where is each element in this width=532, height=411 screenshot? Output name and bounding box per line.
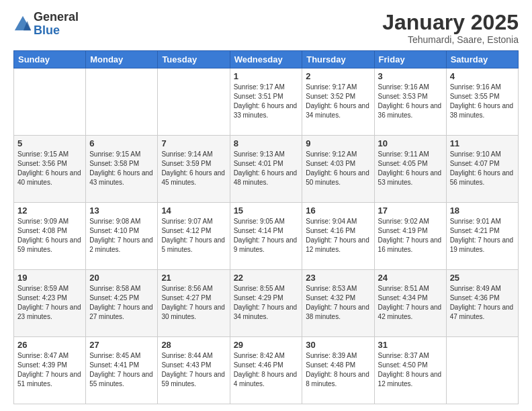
- day-info: Sunrise: 9:10 AM Sunset: 4:07 PM Dayligh…: [450, 150, 515, 187]
- day-cell-1-3: 8Sunrise: 9:13 AM Sunset: 4:01 PM Daylig…: [230, 136, 302, 203]
- day-info: Sunrise: 8:55 AM Sunset: 4:29 PM Dayligh…: [234, 284, 299, 322]
- day-info: Sunrise: 8:56 AM Sunset: 4:27 PM Dayligh…: [161, 284, 226, 322]
- calendar: Sunday Monday Tuesday Wednesday Thursday…: [13, 50, 519, 404]
- day-info: Sunrise: 9:16 AM Sunset: 3:55 PM Dayligh…: [450, 83, 515, 120]
- day-info: Sunrise: 8:59 AM Sunset: 4:23 PM Dayligh…: [17, 284, 82, 322]
- day-number: 15: [234, 205, 299, 216]
- day-cell-3-5: 24Sunrise: 8:51 AM Sunset: 4:34 PM Dayli…: [374, 270, 446, 337]
- day-number: 14: [161, 205, 226, 216]
- day-number: 25: [450, 273, 515, 283]
- day-number: 9: [306, 138, 370, 148]
- day-info: Sunrise: 9:17 AM Sunset: 3:51 PM Dayligh…: [234, 83, 299, 120]
- day-cell-2-3: 15Sunrise: 9:05 AM Sunset: 4:14 PM Dayli…: [230, 203, 302, 270]
- day-cell-0-4: 2Sunrise: 9:17 AM Sunset: 3:52 PM Daylig…: [302, 68, 374, 136]
- day-cell-1-1: 6Sunrise: 9:15 AM Sunset: 3:58 PM Daylig…: [86, 136, 158, 203]
- day-number: 31: [378, 340, 443, 350]
- day-cell-2-1: 13Sunrise: 9:08 AM Sunset: 4:10 PM Dayli…: [86, 203, 158, 270]
- logo-icon: [13, 15, 32, 34]
- day-info: Sunrise: 9:15 AM Sunset: 3:58 PM Dayligh…: [89, 150, 154, 187]
- day-info: Sunrise: 9:08 AM Sunset: 4:10 PM Dayligh…: [89, 217, 154, 255]
- day-cell-4-1: 27Sunrise: 8:45 AM Sunset: 4:41 PM Dayli…: [86, 337, 158, 404]
- day-cell-1-0: 5Sunrise: 9:15 AM Sunset: 3:56 PM Daylig…: [14, 136, 86, 203]
- day-cell-0-2: [158, 68, 230, 136]
- day-info: Sunrise: 9:04 AM Sunset: 4:16 PM Dayligh…: [306, 217, 370, 255]
- day-cell-3-4: 23Sunrise: 8:53 AM Sunset: 4:32 PM Dayli…: [302, 270, 374, 337]
- day-cell-0-1: [86, 68, 158, 136]
- day-number: 30: [306, 340, 370, 350]
- day-info: Sunrise: 8:42 AM Sunset: 4:46 PM Dayligh…: [234, 351, 299, 389]
- day-number: 21: [161, 273, 226, 283]
- month-title: January 2025: [382, 11, 519, 34]
- day-number: 24: [378, 273, 443, 283]
- header-thursday: Thursday: [302, 51, 374, 68]
- day-info: Sunrise: 8:53 AM Sunset: 4:32 PM Dayligh…: [306, 284, 370, 322]
- day-cell-0-5: 3Sunrise: 9:16 AM Sunset: 3:53 PM Daylig…: [374, 68, 446, 136]
- day-number: 4: [450, 71, 515, 81]
- day-info: Sunrise: 8:47 AM Sunset: 4:39 PM Dayligh…: [17, 351, 82, 389]
- day-info: Sunrise: 9:15 AM Sunset: 3:56 PM Dayligh…: [17, 150, 82, 187]
- day-number: 17: [378, 205, 443, 216]
- day-cell-3-2: 21Sunrise: 8:56 AM Sunset: 4:27 PM Dayli…: [158, 270, 230, 337]
- day-cell-2-2: 14Sunrise: 9:07 AM Sunset: 4:12 PM Dayli…: [158, 203, 230, 270]
- day-cell-4-3: 29Sunrise: 8:42 AM Sunset: 4:46 PM Dayli…: [230, 337, 302, 404]
- day-number: 19: [17, 273, 82, 283]
- day-number: 23: [306, 273, 370, 283]
- day-number: 26: [17, 340, 82, 350]
- day-info: Sunrise: 8:51 AM Sunset: 4:34 PM Dayligh…: [378, 284, 443, 322]
- header-saturday: Saturday: [446, 51, 518, 68]
- day-number: 8: [234, 138, 299, 148]
- day-cell-0-3: 1Sunrise: 9:17 AM Sunset: 3:51 PM Daylig…: [230, 68, 302, 136]
- page: General Blue January 2025 Tehumardi, Saa…: [0, 0, 532, 411]
- day-number: 3: [378, 71, 443, 81]
- day-cell-4-0: 26Sunrise: 8:47 AM Sunset: 4:39 PM Dayli…: [14, 337, 86, 404]
- day-cell-1-4: 9Sunrise: 9:12 AM Sunset: 4:03 PM Daylig…: [302, 136, 374, 203]
- day-cell-4-6: [446, 337, 518, 404]
- day-cell-1-5: 10Sunrise: 9:11 AM Sunset: 4:05 PM Dayli…: [374, 136, 446, 203]
- day-info: Sunrise: 8:45 AM Sunset: 4:41 PM Dayligh…: [89, 351, 154, 389]
- day-info: Sunrise: 8:44 AM Sunset: 4:43 PM Dayligh…: [161, 351, 226, 389]
- logo-blue: Blue: [34, 24, 79, 38]
- location-subtitle: Tehumardi, Saare, Estonia: [382, 34, 519, 45]
- day-number: 5: [17, 138, 82, 148]
- day-info: Sunrise: 9:11 AM Sunset: 4:05 PM Dayligh…: [378, 150, 443, 187]
- day-cell-4-5: 31Sunrise: 8:37 AM Sunset: 4:50 PM Dayli…: [374, 337, 446, 404]
- week-row-5: 26Sunrise: 8:47 AM Sunset: 4:39 PM Dayli…: [14, 337, 519, 404]
- week-row-4: 19Sunrise: 8:59 AM Sunset: 4:23 PM Dayli…: [14, 270, 519, 337]
- week-row-2: 5Sunrise: 9:15 AM Sunset: 3:56 PM Daylig…: [14, 136, 519, 203]
- day-cell-1-6: 11Sunrise: 9:10 AM Sunset: 4:07 PM Dayli…: [446, 136, 518, 203]
- day-info: Sunrise: 9:14 AM Sunset: 3:59 PM Dayligh…: [161, 150, 226, 187]
- day-cell-2-0: 12Sunrise: 9:09 AM Sunset: 4:08 PM Dayli…: [14, 203, 86, 270]
- day-number: 20: [89, 273, 154, 283]
- header-monday: Monday: [86, 51, 158, 68]
- day-cell-3-6: 25Sunrise: 8:49 AM Sunset: 4:36 PM Dayli…: [446, 270, 518, 337]
- day-info: Sunrise: 9:17 AM Sunset: 3:52 PM Dayligh…: [306, 83, 370, 120]
- day-info: Sunrise: 8:39 AM Sunset: 4:48 PM Dayligh…: [306, 351, 370, 389]
- title-area: January 2025 Tehumardi, Saare, Estonia: [382, 11, 519, 45]
- day-cell-3-0: 19Sunrise: 8:59 AM Sunset: 4:23 PM Dayli…: [14, 270, 86, 337]
- day-info: Sunrise: 9:16 AM Sunset: 3:53 PM Dayligh…: [378, 83, 443, 120]
- day-number: 2: [306, 71, 370, 81]
- day-info: Sunrise: 9:01 AM Sunset: 4:21 PM Dayligh…: [450, 217, 515, 255]
- day-cell-2-4: 16Sunrise: 9:04 AM Sunset: 4:16 PM Dayli…: [302, 203, 374, 270]
- day-cell-2-6: 18Sunrise: 9:01 AM Sunset: 4:21 PM Dayli…: [446, 203, 518, 270]
- day-cell-0-0: [14, 68, 86, 136]
- day-number: 27: [89, 340, 154, 350]
- day-cell-0-6: 4Sunrise: 9:16 AM Sunset: 3:55 PM Daylig…: [446, 68, 518, 136]
- day-number: 29: [234, 340, 299, 350]
- day-cell-1-2: 7Sunrise: 9:14 AM Sunset: 3:59 PM Daylig…: [158, 136, 230, 203]
- day-info: Sunrise: 9:13 AM Sunset: 4:01 PM Dayligh…: [234, 150, 299, 187]
- header-sunday: Sunday: [14, 51, 86, 68]
- day-number: 12: [17, 205, 82, 216]
- day-number: 16: [306, 205, 370, 216]
- day-info: Sunrise: 8:49 AM Sunset: 4:36 PM Dayligh…: [450, 284, 515, 322]
- day-info: Sunrise: 9:02 AM Sunset: 4:19 PM Dayligh…: [378, 217, 443, 255]
- logo: General Blue: [13, 11, 79, 38]
- day-number: 10: [378, 138, 443, 148]
- day-number: 22: [234, 273, 299, 283]
- day-info: Sunrise: 9:09 AM Sunset: 4:08 PM Dayligh…: [17, 217, 82, 255]
- day-number: 28: [161, 340, 226, 350]
- day-cell-4-4: 30Sunrise: 8:39 AM Sunset: 4:48 PM Dayli…: [302, 337, 374, 404]
- day-info: Sunrise: 8:37 AM Sunset: 4:50 PM Dayligh…: [378, 351, 443, 389]
- logo-text: General Blue: [34, 11, 79, 38]
- header: General Blue January 2025 Tehumardi, Saa…: [13, 11, 519, 45]
